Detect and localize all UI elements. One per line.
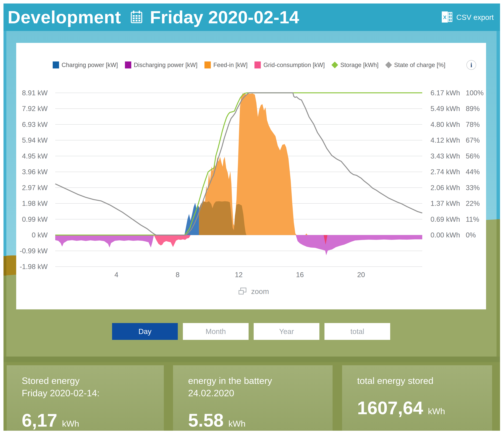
header-bar: Development Friday 2020-02-14 X (3, 3, 500, 31)
svg-text:4.12 kWh: 4.12 kWh (431, 136, 460, 144)
svg-text:11%: 11% (466, 215, 479, 223)
tab-year[interactable]: Year (254, 323, 319, 340)
svg-text:X: X (443, 14, 447, 20)
selected-date[interactable]: Friday 2020-02-14 (150, 7, 299, 28)
csv-export-label: CSV export (456, 13, 494, 22)
svg-text:2.74 kWh: 2.74 kWh (431, 168, 460, 176)
svg-text:67%: 67% (466, 136, 480, 144)
svg-text:44%: 44% (466, 168, 480, 176)
svg-text:89%: 89% (466, 105, 480, 112)
svg-text:0.99 kW: 0.99 kW (22, 215, 48, 223)
svg-text:0.00 kWh: 0.00 kWh (431, 231, 460, 239)
legend-item-soc[interactable]: State of charge [%] (386, 62, 445, 68)
svg-text:-0.99 kW: -0.99 kW (20, 247, 48, 255)
stat-card-battery-energy: energy in the battery24.02.2020 5.58kWh (173, 365, 333, 431)
soc-diamond-icon (385, 62, 392, 68)
svg-text:6.17 kWh: 6.17 kWh (431, 89, 460, 97)
svg-text:8.91 kW: 8.91 kW (22, 89, 48, 97)
tab-total[interactable]: total (324, 323, 390, 340)
svg-text:5.94 kW: 5.94 kW (22, 136, 48, 144)
stat-title: total energy stored (357, 374, 492, 387)
stat-value: 5.58 (188, 410, 224, 431)
tab-month[interactable]: Month (183, 323, 249, 340)
calendar-icon[interactable] (130, 10, 143, 24)
svg-text:22%: 22% (466, 199, 480, 207)
legend-item-discharging[interactable]: Discharging power [kW] (125, 61, 198, 68)
svg-text:0.69 kWh: 0.69 kWh (431, 215, 460, 223)
stat-title: energy in the battery24.02.2020 (188, 374, 333, 399)
zoom-icon (238, 287, 247, 296)
grid-swatch (254, 61, 261, 68)
stats-top-band (3, 357, 500, 362)
svg-text:2.06 kWh: 2.06 kWh (431, 184, 460, 192)
svg-text:6.93 kW: 6.93 kW (22, 120, 48, 128)
legend-item-charging[interactable]: Charging power [kW] (53, 61, 118, 68)
stat-unit: kWh (62, 419, 79, 428)
tab-day[interactable]: Day (112, 323, 178, 340)
stat-value: 1607,64 (357, 397, 423, 418)
svg-text:0 kW: 0 kW (32, 231, 48, 239)
stat-card-stored-energy: Stored energyFriday 2020-02-14: 6,17kWh (7, 365, 164, 431)
svg-text:78%: 78% (466, 120, 480, 128)
storage-diamond-icon (332, 62, 338, 68)
stat-unit: kWh (428, 406, 445, 416)
feedin-swatch (205, 61, 211, 68)
legend-item-storage[interactable]: Storage [kWh] (332, 62, 378, 68)
chart-legend: Charging power [kW] Discharging power [k… (16, 60, 486, 70)
svg-text:-1.98 kW: -1.98 kW (20, 263, 48, 270)
legend-item-feedin[interactable]: Feed-in [kW] (205, 61, 247, 68)
charging-swatch (53, 61, 59, 68)
svg-text:12: 12 (235, 271, 243, 278)
svg-text:8: 8 (176, 271, 179, 278)
svg-text:4: 4 (115, 271, 118, 278)
svg-text:2.97 kW: 2.97 kW (22, 184, 48, 192)
svg-text:56%: 56% (466, 152, 480, 160)
stat-value: 6,17 (22, 410, 57, 431)
zoom-button[interactable]: zoom (238, 287, 269, 296)
stat-unit: kWh (228, 419, 246, 428)
svg-text:100%: 100% (466, 89, 484, 97)
svg-text:4.95 kW: 4.95 kW (22, 152, 48, 160)
svg-text:1.98 kW: 1.98 kW (22, 199, 48, 207)
svg-text:1.37 kWh: 1.37 kWh (431, 199, 460, 207)
stat-title: Stored energyFriday 2020-02-14: (22, 374, 164, 399)
svg-text:16: 16 (296, 271, 304, 278)
discharging-swatch (125, 61, 131, 68)
info-icon[interactable]: i (466, 60, 476, 70)
chart-svg: 8.91 kW7.92 kW6.93 kW5.94 kW4.95 kW3.96 … (16, 43, 486, 309)
svg-text:4.80 kWh: 4.80 kWh (431, 120, 460, 128)
excel-icon: X (441, 11, 453, 24)
csv-export-button[interactable]: X CSV export (441, 11, 494, 24)
chart-card: 8.91 kW7.92 kW6.93 kW5.94 kW4.95 kW3.96 … (16, 43, 486, 309)
zoom-label: zoom (251, 287, 269, 296)
legend-item-grid[interactable]: Grid-consumption [kW] (254, 61, 325, 68)
period-tabs: Day Month Year total (112, 323, 390, 340)
page-title: Development (8, 7, 121, 28)
svg-text:3.96 kW: 3.96 kW (22, 168, 48, 176)
svg-text:33%: 33% (466, 184, 480, 192)
svg-text:20: 20 (357, 271, 365, 278)
svg-text:5.49 kWh: 5.49 kWh (431, 105, 460, 112)
stat-card-total-stored: total energy stored 1607,64kWh (342, 365, 492, 431)
svg-text:3.43 kWh: 3.43 kWh (431, 152, 460, 160)
svg-text:7.92 kW: 7.92 kW (22, 105, 48, 112)
svg-text:0%: 0% (466, 231, 476, 239)
